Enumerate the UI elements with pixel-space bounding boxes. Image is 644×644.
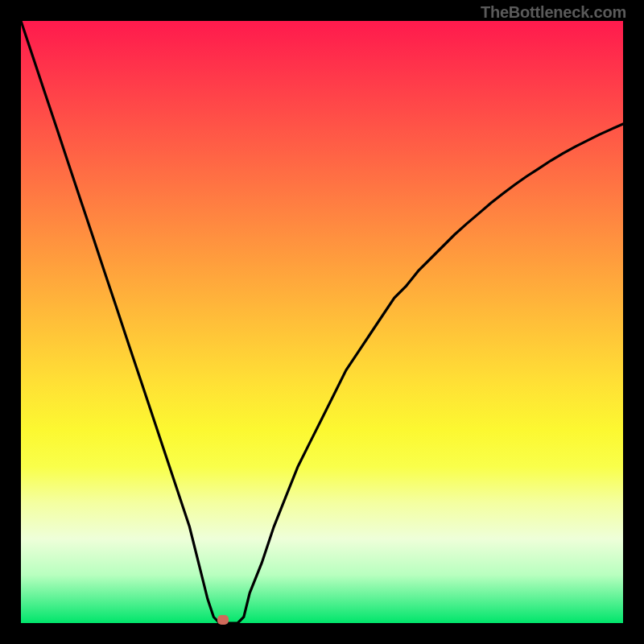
watermark-text: TheBottleneck.com: [481, 3, 626, 22]
optimum-marker: [217, 615, 229, 625]
bottleneck-curve: [21, 21, 623, 623]
chart-frame: TheBottleneck.com: [0, 0, 644, 644]
plot-area: [21, 21, 623, 623]
